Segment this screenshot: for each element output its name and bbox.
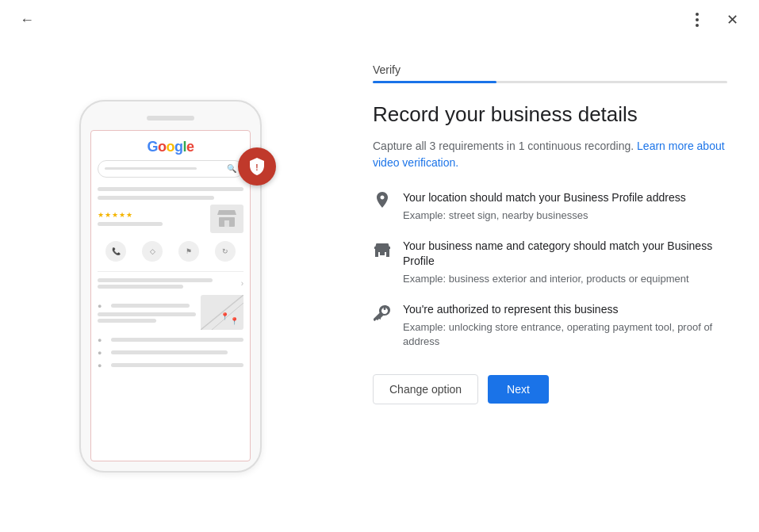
progress-bar-container xyxy=(373,81,727,83)
map-pin-red-icon: 📍 xyxy=(220,312,229,320)
phone-line-2 xyxy=(98,196,214,200)
g-blue: G xyxy=(147,139,158,155)
location-dot-icon: ● xyxy=(98,302,107,310)
phone-call-icon: ● xyxy=(98,349,107,357)
phone-globe-row: ● xyxy=(98,362,243,369)
svg-rect-5 xyxy=(374,247,390,249)
phone-line-1 xyxy=(98,187,243,191)
phone-call-row: ● xyxy=(98,349,243,357)
phone-line-3 xyxy=(98,222,163,226)
expand-line-2 xyxy=(98,285,183,289)
phone-content: ★★★★★ xyxy=(91,184,250,461)
divider-1 xyxy=(98,271,243,272)
phone-stars-row: ★★★★★ xyxy=(98,205,243,233)
svg-text:!: ! xyxy=(255,163,258,172)
phone-notch xyxy=(147,116,194,121)
clock-line xyxy=(111,338,243,342)
phone-map-lines: ● xyxy=(98,295,196,330)
intro-text: Capture all 3 requirements in 1 continuo… xyxy=(373,138,727,171)
g-red: o xyxy=(158,139,167,155)
top-bar: ← ✕ xyxy=(0,0,759,40)
three-dot-icon xyxy=(696,13,699,27)
phone-stars-group: ★★★★★ xyxy=(98,211,205,226)
phone-location-icon-row: ● xyxy=(98,302,196,310)
phone-search-bar: 🔍 xyxy=(98,160,243,178)
storefront-icon xyxy=(374,242,391,258)
req-example-location: Example: street sign, nearby businesses xyxy=(403,209,686,223)
action-directions: ◇ xyxy=(142,241,163,262)
phone-map-section: ● xyxy=(98,293,243,331)
map-line-1 xyxy=(111,304,190,308)
action-call: 📞 xyxy=(105,241,126,262)
req-content-business: Your business name and category should m… xyxy=(403,239,727,286)
phone-screen: Google 🔍 xyxy=(90,130,251,461)
left-panel: ! Google 🔍 xyxy=(0,40,341,532)
search-icon-small: 🔍 xyxy=(227,164,236,173)
g-red2: e xyxy=(186,139,194,155)
phone-actions: 📞 ◇ ⚑ ↻ xyxy=(98,238,243,265)
location-req-icon xyxy=(373,192,392,211)
next-button[interactable]: Next xyxy=(488,375,549,404)
main-layout: ! Google 🔍 xyxy=(0,40,759,532)
req-example-authorized: Example: unlocking store entrance, opera… xyxy=(403,320,727,349)
req-content-authorized: You're authorized to represent this busi… xyxy=(403,302,727,349)
expand-line-1 xyxy=(98,278,213,282)
action-share: ↻ xyxy=(215,241,236,262)
req-item-authorized: You're authorized to represent this busi… xyxy=(373,302,727,349)
globe-line xyxy=(111,363,243,367)
bottom-actions: Change option Next xyxy=(373,374,727,404)
req-content-location: Your location should match your Business… xyxy=(403,190,686,223)
key-icon xyxy=(374,305,391,321)
svg-rect-2 xyxy=(224,220,229,227)
phone-expandable-row: › xyxy=(98,278,243,289)
location-pin-icon xyxy=(374,192,390,211)
google-logo: Google xyxy=(91,131,250,160)
call-line xyxy=(111,350,228,354)
shield-icon: ! xyxy=(248,157,266,176)
chevron-right-icon: › xyxy=(241,279,243,288)
req-item-business: Your business name and category should m… xyxy=(373,239,727,286)
shield-badge: ! xyxy=(238,147,276,186)
phone-illustration-container: ! Google 🔍 xyxy=(79,100,262,473)
req-main-location: Your location should match your Business… xyxy=(403,190,686,206)
phone-map-image: 📍 📍 xyxy=(201,295,243,330)
close-icon: ✕ xyxy=(726,11,738,29)
search-line xyxy=(105,167,197,170)
g-blue2: g xyxy=(174,139,183,155)
g-yellow: o xyxy=(166,139,174,155)
map-pin-icon: 📍 xyxy=(230,317,239,325)
progress-label: Verify xyxy=(373,63,727,76)
business-req-icon xyxy=(373,240,392,259)
clock-icon: ● xyxy=(98,336,107,344)
close-button[interactable]: ✕ xyxy=(718,6,746,34)
map-line-2 xyxy=(98,312,196,316)
top-bar-right: ✕ xyxy=(683,6,746,34)
store-icon xyxy=(217,210,236,228)
map-line-3 xyxy=(98,319,156,323)
top-bar-left: ← xyxy=(13,6,41,34)
progress-bar-fill xyxy=(373,81,496,83)
back-button[interactable]: ← xyxy=(13,6,41,34)
intro-text-content: Capture all 3 requirements in 1 continuo… xyxy=(373,140,634,152)
more-options-button[interactable] xyxy=(683,6,711,34)
req-main-business: Your business name and category should m… xyxy=(403,239,727,270)
page-title: Record your business details xyxy=(373,102,727,127)
requirements-list: Your location should match your Business… xyxy=(373,190,727,349)
req-example-business: Example: business exterior and interior,… xyxy=(403,272,727,286)
progress-section: Verify xyxy=(373,63,727,83)
phone-thumbnail xyxy=(210,205,243,233)
req-main-authorized: You're authorized to represent this busi… xyxy=(403,302,727,318)
req-item-location: Your location should match your Business… xyxy=(373,190,727,223)
phone-expand-lines xyxy=(98,278,241,289)
right-panel: Verify Record your business details Capt… xyxy=(341,40,759,532)
globe-icon: ● xyxy=(98,362,107,369)
action-save: ⚑ xyxy=(178,241,199,262)
phone-stars: ★★★★★ xyxy=(98,211,205,219)
authorized-req-icon xyxy=(373,304,392,323)
phone-clock-row: ● xyxy=(98,336,243,344)
phone-mockup: Google 🔍 xyxy=(79,100,262,473)
change-option-button[interactable]: Change option xyxy=(373,374,478,404)
back-icon: ← xyxy=(20,12,34,29)
